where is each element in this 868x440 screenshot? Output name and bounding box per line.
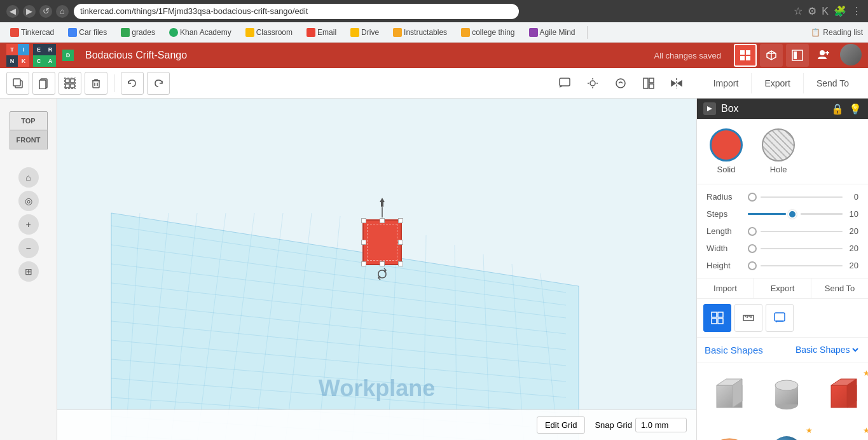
3d-view-button[interactable]	[760, 44, 783, 67]
bookmark-label: Drive	[361, 28, 379, 37]
handle-tr[interactable]	[398, 218, 403, 223]
shape-item-cylinder-orange[interactable]	[702, 425, 757, 440]
select-button[interactable]: ◎	[18, 191, 39, 211]
menu-icon[interactable]: ⋮	[851, 5, 862, 17]
snap-grid-select[interactable]: 1.0 mm 0.5 mm 0.25 mm 2.0 mm	[635, 418, 687, 432]
shapes-chat-view[interactable]	[766, 304, 794, 332]
reading-list[interactable]: 📋 Reading list	[811, 28, 863, 37]
bookmark-college[interactable]: college thing	[456, 26, 520, 39]
extension-icon2[interactable]: K	[822, 6, 829, 17]
star-icon: ★	[863, 369, 868, 378]
light-icon[interactable]	[581, 72, 604, 95]
redo-button[interactable]	[147, 72, 170, 95]
bookmarks-bar: Tinkercad Car files grades Khan Academy …	[0, 22, 868, 43]
bookmark-tinkercad[interactable]: Tinkercad	[5, 26, 59, 39]
perspective-button[interactable]: ⊞	[18, 261, 39, 282]
zoom-out-button[interactable]: −	[18, 238, 39, 258]
bookmark-grades[interactable]: grades	[116, 26, 160, 39]
mirror-icon[interactable]	[665, 72, 688, 95]
export-button-right[interactable]: Export	[754, 278, 811, 298]
import-button[interactable]: Import	[701, 73, 752, 93]
shape-item-box-red[interactable]: ★	[816, 368, 868, 422]
forward-button[interactable]: ▶	[23, 5, 36, 18]
solid-option[interactable]: Solid	[710, 128, 743, 174]
import-button-right[interactable]: Import	[697, 278, 754, 298]
shapes-grid-view[interactable]	[703, 304, 731, 332]
zoom-in-button[interactable]: +	[18, 214, 39, 235]
bookmark-drive[interactable]: Drive	[345, 26, 384, 39]
lock-icon[interactable]: 🔒	[831, 103, 844, 115]
shapes-category-dropdown[interactable]: Basic Shapes Letters Math	[793, 344, 860, 355]
home-view-button[interactable]: ⌂	[18, 167, 39, 188]
shape-item-text3d[interactable]: ★ AZ AZ	[816, 425, 868, 440]
height-circle-handle[interactable]	[748, 261, 757, 270]
browser-chrome: ◀ ▶ ↺ ⌂ tinkercad.com/things/1FMjmd33qsa…	[0, 0, 868, 22]
visibility-icon[interactable]: 💡	[849, 103, 862, 115]
shapes-ruler-view[interactable]	[734, 304, 762, 332]
shape-icon[interactable]	[609, 72, 632, 95]
export-button[interactable]: Export	[752, 73, 803, 93]
bookmark-instructables[interactable]: Instructables	[388, 26, 452, 39]
view-cube[interactable]: TOP FRONT	[3, 105, 54, 156]
shape-item-sphere[interactable]: ★	[759, 425, 814, 440]
height-handle[interactable]	[377, 197, 387, 217]
width-row: Width 20	[706, 244, 858, 253]
duplicate-button[interactable]	[6, 72, 29, 95]
bookmark-label: Khan Academy	[180, 28, 231, 37]
steps-thumb[interactable]	[788, 210, 797, 219]
collapse-button[interactable]	[703, 102, 716, 115]
bookmark-carfiles[interactable]: Car files	[63, 26, 112, 39]
bookmark-agile[interactable]: Agile Mind	[524, 26, 581, 39]
shape-wrapper[interactable]	[362, 219, 402, 265]
box-shape[interactable]	[362, 219, 402, 265]
reload-button[interactable]: ↺	[39, 5, 52, 18]
reading-list-label: Reading list	[823, 28, 863, 37]
handle-bm[interactable]	[380, 261, 385, 266]
handle-br[interactable]	[398, 261, 403, 266]
shape-thumb-cylinder-gray	[764, 373, 809, 417]
handle-tl[interactable]	[361, 218, 366, 223]
delete-button[interactable]	[85, 72, 107, 95]
tinkercad-logo: T I N K	[6, 44, 29, 67]
comment-icon[interactable]	[553, 72, 576, 95]
hole-option[interactable]: Hole	[762, 128, 795, 174]
rotate-handle[interactable]	[376, 268, 389, 283]
shape-item-cylinder-gray[interactable]	[759, 368, 814, 422]
extension-icon3[interactable]: 🧩	[834, 5, 846, 17]
length-circle-handle[interactable]	[748, 227, 757, 236]
edit-grid-button[interactable]: Edit Grid	[537, 416, 586, 434]
width-track	[761, 248, 843, 249]
bookmark-email[interactable]: Email	[301, 26, 341, 39]
copy-button[interactable]	[32, 72, 55, 95]
handle-rm[interactable]	[398, 240, 403, 245]
add-user-button[interactable]	[812, 44, 834, 65]
svg-marker-36	[678, 81, 682, 86]
bookmark-khan[interactable]: Khan Academy	[164, 26, 237, 39]
handle-lm[interactable]	[361, 240, 366, 245]
steps-empty	[801, 213, 843, 215]
undo-button[interactable]	[121, 72, 144, 95]
layout-icon[interactable]	[637, 72, 660, 95]
classroom-icon	[245, 28, 254, 37]
svg-marker-35	[672, 81, 675, 86]
shape-item-box-gray[interactable]	[702, 368, 757, 422]
radius-circle-handle[interactable]	[748, 193, 757, 202]
group-button[interactable]	[59, 72, 81, 95]
width-circle-handle[interactable]	[748, 244, 757, 253]
handle-bl[interactable]	[361, 261, 366, 266]
handle-tm[interactable]	[380, 218, 385, 223]
home-button[interactable]: ⌂	[56, 5, 69, 18]
back-button[interactable]: ◀	[6, 5, 19, 18]
bookmark-classroom[interactable]: Classroom	[240, 26, 298, 39]
edit-view-button[interactable]	[786, 44, 809, 67]
3d-viewport[interactable]: Workplane	[57, 99, 696, 440]
star-icon[interactable]: ☆	[794, 5, 803, 17]
send-button[interactable]: Send To	[804, 73, 862, 93]
grid-view-button[interactable]	[734, 44, 757, 67]
length-track	[761, 231, 843, 232]
user-avatar[interactable]	[840, 44, 862, 65]
app-header: T I N K E R C A D Bodacious Crift-Sango …	[0, 43, 868, 68]
address-bar[interactable]: tinkercad.com/things/1FMjmd33qsa-bodacio…	[74, 4, 519, 19]
extension-icon1[interactable]: ⚙	[808, 5, 816, 17]
send-button-right[interactable]: Send To	[811, 278, 868, 298]
